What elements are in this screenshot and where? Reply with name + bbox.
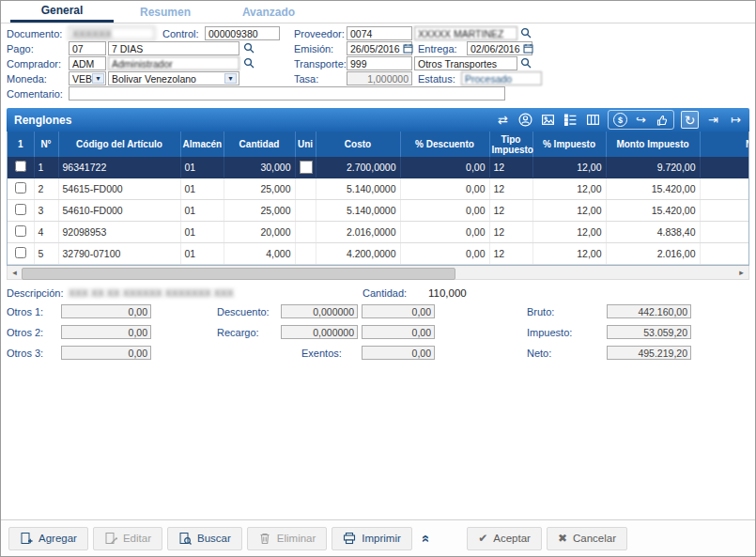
- scrollbar-track[interactable]: [22, 267, 734, 279]
- pago-code-field[interactable]: [69, 41, 106, 55]
- comprador-search-icon[interactable]: [242, 56, 255, 70]
- comentario-field[interactable]: [69, 86, 505, 101]
- eliminar-button[interactable]: Eliminar: [247, 527, 328, 550]
- row-checkbox[interactable]: [15, 204, 26, 215]
- col-header-codigo[interactable]: Código del Artículo: [58, 132, 180, 157]
- cantidad-total-label: Cantidad:: [363, 287, 407, 299]
- chevron-down-icon[interactable]: ▼: [92, 73, 104, 84]
- pago-label: Pago:: [7, 43, 34, 54]
- refresh-icon[interactable]: ↻: [681, 111, 699, 129]
- image-icon[interactable]: [540, 112, 556, 128]
- documento-field[interactable]: [69, 26, 155, 40]
- otros1-field: [61, 304, 151, 318]
- dollar-glyph: $: [613, 113, 627, 127]
- cantidad-total-value: 110,000: [428, 287, 467, 299]
- col-header-neto[interactable]: Neto: [700, 132, 749, 157]
- tab-avanzado[interactable]: Avanzado: [217, 1, 320, 23]
- moneda-code-select[interactable]: VEB ▼: [69, 71, 106, 85]
- fit-columns-icon[interactable]: ⇄: [495, 112, 511, 128]
- col-header-numero[interactable]: N°: [34, 132, 58, 157]
- table-columns-icon[interactable]: [585, 112, 601, 128]
- pago-search-icon[interactable]: [242, 41, 255, 54]
- eliminar-label: Eliminar: [277, 533, 316, 544]
- col-header-tipo-impuesto[interactable]: Tipo Impuesto: [489, 132, 532, 157]
- moneda-name-select[interactable]: Bolivar Venezolano ▼: [108, 71, 239, 85]
- comprador-name-field[interactable]: [108, 56, 239, 70]
- col-header-monto-impuesto[interactable]: Monto Impuesto: [606, 132, 700, 157]
- pago-name-field[interactable]: [108, 41, 239, 55]
- control-label: Control:: [162, 28, 199, 39]
- cancelar-button[interactable]: ✖ Cancelar: [547, 527, 627, 550]
- entrega-calendar-icon[interactable]: [521, 41, 534, 54]
- col-header-pct-impuesto[interactable]: % Impuesto: [532, 132, 606, 157]
- cell-codigo: 54615-FD000: [58, 178, 180, 200]
- exentos-label: Exentos:: [301, 348, 342, 359]
- proveedor-name-field[interactable]: [414, 26, 517, 40]
- emision-calendar-icon[interactable]: [401, 41, 414, 54]
- aceptar-button[interactable]: ✔ Aceptar: [467, 527, 542, 550]
- col-header-uni[interactable]: Uni: [295, 132, 316, 157]
- proveedor-code-field[interactable]: [347, 26, 412, 40]
- col-header-cantidad[interactable]: Cantidad: [224, 132, 295, 157]
- scrollbar-thumb[interactable]: [22, 268, 455, 280]
- dollar-circle-icon[interactable]: $: [612, 112, 628, 128]
- tab-general[interactable]: General: [10, 1, 114, 23]
- col-header-select[interactable]: 1: [8, 132, 34, 157]
- col-header-almacen[interactable]: Almacén: [180, 132, 224, 157]
- thumbs-up-icon[interactable]: [654, 112, 670, 128]
- sign-in-icon[interactable]: ⇥: [705, 112, 721, 128]
- row-checkbox[interactable]: [15, 182, 26, 193]
- table-row[interactable]: 5 32790-07100 01 4,000 4.200,0000 0,00 1…: [8, 243, 749, 265]
- comprador-code-field[interactable]: [69, 56, 106, 70]
- scroll-right-icon[interactable]: ▸: [734, 267, 748, 279]
- horizontal-scrollbar[interactable]: ◂ ▸: [7, 266, 749, 280]
- cell-numero: 1: [34, 157, 58, 178]
- control-field[interactable]: [205, 26, 280, 40]
- cell-costo: 5.140,0000: [316, 200, 400, 222]
- uni-editor-box[interactable]: [300, 161, 313, 174]
- cell-cantidad: 25,000: [224, 178, 295, 200]
- table-row[interactable]: 2 54615-FD000 01 25,000 5.140,0000 0,00 …: [8, 178, 749, 200]
- cell-descuento: 0,00: [400, 157, 489, 178]
- proveedor-search-icon[interactable]: [519, 26, 532, 39]
- proveedor-label: Proveedor:: [294, 28, 345, 39]
- totals-section: Descripción: XXX XX XX XXXXXX XXXXXXX XX…: [1, 286, 755, 366]
- cell-codigo: 96341722: [58, 157, 180, 178]
- scroll-left-icon[interactable]: ◂: [8, 267, 22, 279]
- list-icon[interactable]: [563, 112, 579, 128]
- cell-numero: 2: [34, 178, 58, 200]
- collapse-chevrons-icon[interactable]: «: [419, 534, 435, 542]
- imprimir-label: Imprimir: [362, 533, 401, 544]
- cell-monto-impuesto: 15.420,00: [606, 178, 700, 200]
- row-checkbox[interactable]: [15, 161, 26, 172]
- cell-codigo: 92098953: [58, 222, 180, 243]
- col-header-descuento[interactable]: % Descuento: [400, 132, 489, 157]
- table-row[interactable]: 1 96341722 01 30,000 2.700,0000 0,00 12 …: [8, 157, 749, 178]
- agregar-button[interactable]: Agregar: [8, 527, 88, 550]
- table-row[interactable]: 4 92098953 01 20,000 2.016,0000 0,00 12 …: [8, 222, 749, 243]
- purchase-document-window: General Resumen Avanzado Documento: Cont…: [0, 0, 756, 557]
- tasa-label: Tasa:: [294, 73, 318, 85]
- transporte-code-field[interactable]: [347, 56, 412, 70]
- sign-out-icon[interactable]: ↦: [728, 112, 744, 128]
- buscar-button[interactable]: Buscar: [167, 527, 242, 550]
- bruto-label: Bruto:: [527, 306, 554, 317]
- table-row[interactable]: 3 54610-FD000 01 25,000 5.140,0000 0,00 …: [8, 200, 749, 222]
- cell-descuento: 0,00: [400, 200, 489, 222]
- check-icon: ✔: [478, 532, 487, 545]
- share-arrow-icon[interactable]: ↪: [633, 112, 649, 128]
- entrega-label: Entrega:: [418, 43, 457, 54]
- col-header-costo[interactable]: Costo: [316, 132, 400, 157]
- editar-button[interactable]: Editar: [93, 527, 162, 550]
- imprimir-button[interactable]: Imprimir: [332, 527, 412, 550]
- descripcion-value: XXX XX XX XXXXXX XXXXXXX XXX: [69, 287, 234, 299]
- row-checkbox[interactable]: [15, 247, 26, 258]
- tab-resumen[interactable]: Resumen: [114, 1, 217, 23]
- user-circle-icon[interactable]: [517, 112, 533, 128]
- chevron-down-icon[interactable]: ▼: [224, 73, 237, 84]
- row-checkbox[interactable]: [15, 225, 26, 237]
- cell-almacen: 01: [180, 178, 224, 200]
- grid-header-row: 1 N° Código del Artículo Almacén Cantida…: [8, 132, 749, 157]
- transporte-name-field[interactable]: [414, 56, 517, 70]
- transporte-search-icon[interactable]: [519, 56, 532, 70]
